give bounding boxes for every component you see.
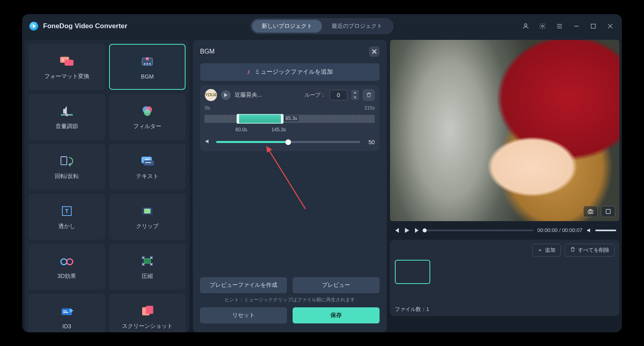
music-note-icon: ♪: [247, 68, 250, 76]
loop-down-button[interactable]: ▼: [351, 95, 359, 100]
clip-strip: ＋ 追加 すべてを削除 ファイル数：1: [390, 240, 619, 316]
svg-rect-4: [65, 60, 74, 66]
video-preview[interactable]: [390, 40, 619, 221]
tool-watermark[interactable]: T 透かし: [29, 194, 105, 240]
tool-label: 透かし: [58, 223, 75, 230]
clip-list: [395, 260, 615, 302]
track-delete-button[interactable]: [363, 89, 375, 101]
annotation-arrow: [261, 145, 310, 213]
timeline-playhead[interactable]: [423, 228, 427, 232]
tool-label: ID3: [62, 323, 71, 329]
bgm-hint: ヒント：ミュージッククリップはファイル順に再生されます: [200, 296, 380, 303]
loop-label: ループ：: [305, 91, 326, 99]
svg-rect-20: [144, 209, 151, 213]
window-close-icon[interactable]: [603, 19, 617, 33]
volume-adjust-icon: [58, 104, 76, 119]
plus-icon: ＋: [537, 247, 543, 254]
tool-format[interactable]: フォーマット変換: [29, 44, 105, 90]
selection-length: 85.3s: [284, 116, 299, 121]
preview-frame: [390, 40, 619, 221]
window-minimize-icon[interactable]: [570, 19, 583, 33]
tool-label: 回転/反転: [55, 173, 79, 180]
volume-value: 50: [365, 139, 375, 145]
play-button[interactable]: [404, 227, 410, 234]
app-window: FoneDog Video Converter 新しいプロジェクト 最近のプロジ…: [22, 14, 622, 332]
panel-title: BGM: [200, 48, 215, 55]
timeline-scrubber[interactable]: [425, 230, 533, 231]
svg-point-6: [146, 57, 149, 60]
track-artwork: YOU&: [205, 89, 217, 101]
tool-compress[interactable]: 圧縮: [109, 244, 186, 290]
tool-rotate[interactable]: 回転/反転: [29, 144, 105, 190]
svg-point-9: [149, 63, 151, 65]
format-convert-icon: [58, 54, 76, 69]
volume-icon: [205, 138, 211, 146]
titlebar-right: [519, 14, 617, 38]
svg-line-29: [268, 149, 305, 209]
preview-volume-slider[interactable]: [595, 230, 616, 231]
tool-text[interactable]: テキスト: [109, 144, 186, 190]
preview-volume-icon[interactable]: [586, 227, 593, 234]
tab-new-project[interactable]: 新しいプロジェクト: [252, 20, 322, 33]
svg-point-31: [589, 211, 591, 213]
tab-recent-projects[interactable]: 最近のプロジェクト: [322, 20, 392, 33]
waveform[interactable]: 85.3s: [205, 112, 375, 125]
bgm-icon: [138, 54, 156, 69]
fullscreen-button[interactable]: [601, 206, 615, 217]
compress-icon: [138, 253, 156, 269]
panel-close-button[interactable]: [369, 46, 380, 57]
snapshot-button[interactable]: [583, 206, 598, 217]
tool-bgm[interactable]: BGM: [109, 44, 186, 90]
tool-clip[interactable]: クリップ: [109, 194, 186, 240]
track-play-button[interactable]: [221, 90, 231, 100]
add-music-button[interactable]: ♪ ミュージックファイルを追加: [200, 63, 380, 81]
app-logo-icon: [29, 22, 38, 31]
trash-icon: [570, 247, 576, 253]
app-body: フォーマット変換 BGM 音量調節: [22, 38, 622, 332]
account-icon[interactable]: [519, 19, 533, 33]
selection-right-handle[interactable]: [281, 114, 283, 124]
tool-label: テキスト: [136, 173, 159, 180]
playback-controls: 00:00:00 / 00:00:07: [390, 224, 619, 237]
svg-point-21: [61, 259, 67, 265]
timecode: 00:00:00 / 00:00:07: [537, 227, 582, 233]
prev-frame-button[interactable]: [393, 227, 400, 234]
preview-button[interactable]: プレビュー: [293, 277, 380, 293]
tool-filter[interactable]: フィルター: [109, 94, 186, 140]
next-frame-button[interactable]: [414, 227, 421, 234]
volume-thumb[interactable]: [285, 139, 291, 145]
svg-point-8: [147, 63, 149, 65]
selection-end: 145.3s: [271, 127, 286, 133]
gear-icon[interactable]: [536, 19, 549, 33]
tool-label: クリップ: [136, 223, 159, 230]
tool-screenshot[interactable]: スクリーンショット: [109, 294, 186, 332]
delete-all-clips-button[interactable]: すべてを削除: [565, 244, 615, 257]
tool-id3[interactable]: ID3: [29, 294, 105, 332]
menu-icon[interactable]: [553, 19, 566, 33]
tool-label: フィルター: [133, 123, 161, 130]
create-preview-file-button[interactable]: プレビューファイルを作成: [200, 277, 287, 293]
bgm-panel: BGM ♪ ミュージックファイルを追加 YOU& 近藤晃央... ループ： 0: [193, 40, 387, 332]
tool-label: 3D効果: [58, 273, 76, 280]
tool-volume[interactable]: 音量調節: [29, 94, 105, 140]
watermark-icon: T: [58, 203, 76, 219]
volume-slider[interactable]: [216, 141, 360, 143]
tool-sidebar[interactable]: フォーマット変換 BGM 音量調節: [25, 40, 190, 332]
file-count: ファイル数：1: [395, 306, 615, 313]
add-clip-button[interactable]: ＋ 追加: [532, 244, 561, 257]
app-name: FoneDog Video Converter: [43, 22, 127, 30]
svg-point-13: [144, 109, 151, 116]
selection-left-handle[interactable]: [237, 114, 239, 124]
loop-up-button[interactable]: ▲: [351, 90, 359, 95]
loop-value[interactable]: 0: [330, 90, 347, 100]
save-button[interactable]: 保存: [293, 307, 380, 323]
clip-thumbnail[interactable]: [395, 260, 430, 284]
svg-point-0: [524, 24, 527, 26]
id3-icon: [58, 304, 76, 319]
window-maximize-icon[interactable]: [586, 19, 600, 33]
reset-button[interactable]: リセット: [200, 307, 287, 323]
3d-glasses-icon: [58, 253, 76, 269]
waveform-selection[interactable]: [237, 114, 283, 124]
svg-rect-14: [61, 157, 67, 165]
tool-3d[interactable]: 3D効果: [29, 244, 105, 290]
